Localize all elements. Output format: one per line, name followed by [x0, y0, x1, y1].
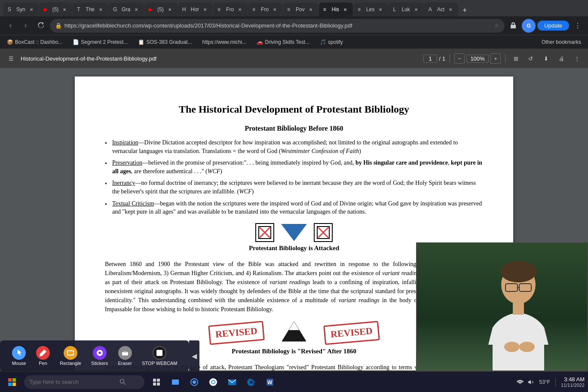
tab-label-hor: Hor	[191, 6, 199, 12]
tab-les[interactable]: ≡ Les ✕	[353, 3, 388, 16]
tab-close-luk[interactable]: ✕	[413, 6, 420, 13]
tab-close-fro2[interactable]: ✕	[271, 6, 278, 13]
tab-close-fro1[interactable]: ✕	[236, 6, 243, 13]
tab-favicon-hor: H	[182, 6, 188, 12]
person-silhouette	[467, 259, 570, 371]
tab-pov[interactable]: ≡ Pov ✕	[283, 3, 318, 16]
tool-pen[interactable]: Pen	[33, 344, 53, 368]
other-bookmarks-label: Other bookmarks	[542, 39, 581, 45]
tool-eraser[interactable]: Eraser	[115, 344, 135, 368]
taskbar-right: 53°F 3:48 AM 11/11/2022	[516, 376, 585, 388]
tab-close-les[interactable]: ✕	[377, 6, 384, 13]
tab-favicon-syn: S	[8, 6, 14, 12]
bookmark-star[interactable]: ☆	[494, 22, 499, 29]
new-tab-button[interactable]: +	[459, 4, 471, 16]
tab-hor[interactable]: H Hor ✕	[178, 3, 213, 16]
print-button[interactable]: 🖨	[555, 52, 567, 64]
google-account-button[interactable]: G	[522, 19, 536, 33]
forward-button[interactable]	[19, 19, 33, 33]
tab-close-act[interactable]: ✕	[447, 6, 454, 13]
zoom-out-button[interactable]: −	[454, 53, 465, 64]
bookmark-segment[interactable]: 📄 Segment 2 Pretest...	[69, 38, 131, 46]
tab-label-the: The	[86, 6, 95, 12]
tray-volume-icon[interactable]	[527, 378, 536, 386]
zoom-in-button[interactable]: +	[490, 53, 501, 64]
svg-point-26	[120, 379, 124, 383]
tab-close-syn[interactable]: ✕	[28, 6, 35, 13]
taskbar-apps: W	[167, 374, 279, 391]
tab-bar: S Syn ✕ ▶ (5) ✕ T The ✕ G Gra ✕ ▶ (5) ✕ …	[0, 0, 588, 16]
tab-fro2[interactable]: ≡ Fro ✕	[248, 3, 282, 16]
separator	[450, 54, 450, 63]
zoom-input[interactable]	[466, 55, 489, 63]
tray-separator	[555, 378, 556, 386]
reload-button[interactable]	[34, 19, 48, 33]
zoom-control: − +	[454, 53, 501, 64]
more-pdf-options[interactable]: ⋮	[571, 52, 583, 64]
pdf-menu-button[interactable]: ☰	[5, 52, 17, 64]
tab-favicon-the: T	[77, 6, 83, 12]
term-inerrancy: Inerrancy	[112, 180, 135, 186]
taskbar-mail[interactable]	[224, 374, 241, 391]
extensions-button[interactable]	[506, 19, 520, 33]
bookmark-michi[interactable]: https://www.michi...	[199, 38, 250, 46]
pdf-toolbar-right: ⬇ 🖨 ⋮	[540, 52, 583, 64]
task-view-button[interactable]	[148, 374, 165, 391]
tab-close-yt2[interactable]: ✕	[166, 6, 173, 13]
rotate-button[interactable]: ↺	[524, 52, 536, 64]
taskbar-edge[interactable]	[242, 374, 260, 391]
svg-rect-16	[67, 351, 74, 355]
tab-gra[interactable]: G Gra ✕	[109, 3, 144, 16]
other-bookmarks[interactable]: Other bookmarks	[538, 38, 585, 46]
tool-stop-webcam[interactable]: STOP WEBCAM	[138, 344, 181, 368]
fit-page-button[interactable]: ⊞	[510, 52, 522, 64]
tab-fro1[interactable]: ≡ Fro ✕	[213, 3, 248, 16]
tab-yt2[interactable]: ▶ (5) ✕	[144, 3, 178, 16]
tab-close-the[interactable]: ✕	[97, 6, 104, 13]
term-preservation: Preservation	[112, 159, 142, 166]
start-button[interactable]	[3, 374, 21, 391]
tab-the[interactable]: T The ✕	[73, 3, 108, 16]
tray-network-icon[interactable]	[516, 378, 524, 386]
back-button[interactable]	[3, 19, 17, 33]
tab-close-pov[interactable]: ✕	[307, 6, 314, 13]
svg-line-27	[124, 383, 126, 385]
tab-luk[interactable]: L Luk ✕	[389, 3, 423, 16]
weather-temp: 53°F	[539, 379, 550, 385]
tab-close-gra[interactable]: ✕	[133, 6, 140, 13]
bookmark-icon-segment: 📄	[73, 39, 79, 45]
tab-favicon-luk: L	[393, 6, 399, 12]
address-bar[interactable]: 🔒 https://gracelifebiblechurch.com/wp-co…	[50, 19, 505, 33]
page-number-input[interactable]	[423, 55, 437, 63]
tab-close-yt1[interactable]: ✕	[61, 6, 68, 13]
tab-close-his[interactable]: ✕	[342, 6, 349, 13]
tool-mouse[interactable]: Mouse	[9, 344, 30, 368]
collapse-toolbar-button[interactable]: ◀	[189, 340, 199, 371]
more-options-button[interactable]: ⋮	[571, 19, 585, 33]
tool-rectangle[interactable]: Rectangle	[56, 344, 85, 368]
bookmark-boxcast[interactable]: 📦 BoxCast :: Dashbo...	[3, 38, 66, 46]
download-button[interactable]: ⬇	[540, 52, 552, 64]
svg-rect-19	[122, 352, 128, 355]
taskbar-word[interactable]: W	[261, 374, 279, 391]
bookmark-sos[interactable]: 📋 SOS-383 Graduat...	[135, 38, 195, 46]
tab-close-hor[interactable]: ✕	[202, 6, 208, 13]
bookmark-spotify[interactable]: 🎵 spotify	[316, 38, 346, 46]
navigation-toolbar: 🔒 https://gracelifebiblechurch.com/wp-co…	[0, 16, 588, 35]
taskbar-search[interactable]	[24, 375, 144, 389]
bookmark-driving[interactable]: 🚗 Driving Skills Test...	[253, 38, 313, 46]
tab-his[interactable]: ≡ His ✕	[319, 3, 353, 16]
svg-rect-13	[513, 302, 524, 315]
taskbar-chrome[interactable]	[205, 374, 222, 391]
tab-syn[interactable]: S Syn ✕	[3, 3, 39, 16]
tab-act[interactable]: A Act ✕	[424, 3, 458, 16]
update-button[interactable]: Update	[537, 21, 569, 31]
tab-yt1[interactable]: ▶ (5) ✕	[40, 3, 73, 16]
taskbar-cortana[interactable]	[186, 374, 203, 391]
tool-stickers[interactable]: Stickers	[88, 344, 111, 368]
taskbar-explorer[interactable]	[167, 374, 184, 391]
bullet-inspiration: • Inspiration—Divine Dictation accepted …	[105, 138, 483, 155]
time-display[interactable]: 3:48 AM 11/11/2022	[561, 376, 585, 388]
bullet-textual-criticism: • Textual Criticism—began with the notio…	[105, 199, 483, 216]
taskbar-search-input[interactable]	[29, 379, 119, 385]
